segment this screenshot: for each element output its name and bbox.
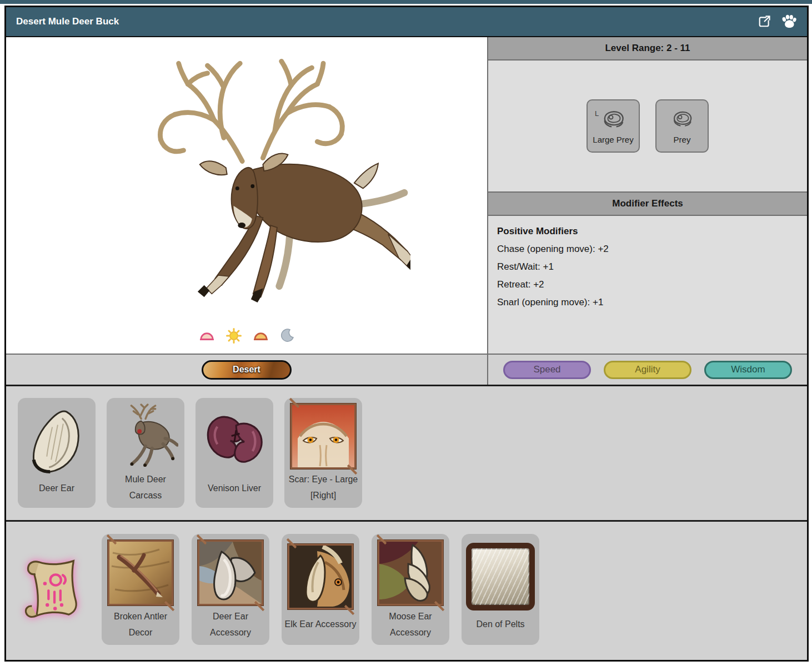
biome-stats-band: Desert Speed Agility Wisdom — [6, 354, 807, 386]
deer-ear-accessory-image — [198, 540, 263, 606]
drop-card-mule-deer-carcass[interactable]: Mule Deer Carcass — [107, 398, 184, 508]
prey-type-label: Large Prey — [593, 135, 633, 144]
mule-deer-carcass-image — [113, 401, 178, 471]
stat-pill-wisdom[interactable]: Wisdom — [704, 361, 792, 379]
drop-card-venison-liver[interactable]: Venison Liver — [196, 398, 273, 508]
drop-card-label: Deer Ear — [39, 480, 74, 496]
steak-icon — [600, 108, 626, 133]
moose-ear-accessory-image — [378, 540, 443, 606]
drop-card-scar-eye[interactable]: Scar: Eye - Large [Right] — [284, 398, 362, 508]
craftable-card-label: Broken Antler Decor — [104, 608, 177, 640]
den-of-pelts-image-wrap — [466, 537, 535, 616]
craftable-card-moose-ear-accessory[interactable]: Moose Ear Accessory — [372, 534, 449, 645]
prey-button[interactable]: Prey — [655, 99, 709, 153]
prey-type-label: Prey — [674, 135, 691, 144]
drop-card-label: Mule Deer Carcass — [109, 471, 182, 503]
modifier-line: Chase (opening move): +2 — [497, 244, 798, 255]
moose-ear-accessory-image-wrap — [378, 537, 443, 608]
broken-antler-decor-image-wrap — [108, 537, 173, 608]
top-accent-strip — [0, 0, 812, 4]
biome-desert-button[interactable]: Desert — [202, 360, 292, 380]
drop-card-label: Venison Liver — [208, 480, 261, 496]
titlebar: Desert Mule Deer Buck — [6, 7, 807, 37]
modifier-effects-header: Modifier Effects — [488, 191, 807, 216]
venison-liver-image — [202, 401, 267, 480]
deer-ear-accessory-image-wrap — [198, 537, 263, 608]
stat-pill-agility[interactable]: Agility — [604, 361, 691, 379]
day-icon — [226, 328, 242, 344]
modifier-list: Positive Modifiers Chase (opening move):… — [488, 216, 807, 325]
deer-ear-image — [24, 401, 89, 480]
craftable-card-label: Elk Ear Accessory — [285, 616, 357, 632]
den-of-pelts-image — [466, 543, 535, 610]
large-prey-badge: L — [595, 109, 599, 118]
craftable-card-broken-antler-decor[interactable]: Broken Antler Decor — [102, 534, 179, 645]
time-of-day-row — [199, 328, 294, 344]
drop-card-label: Scar: Eye - Large [Right] — [287, 471, 359, 503]
large-prey-button[interactable]: L Large Prey — [587, 99, 640, 153]
craftable-card-label: Deer Ear Accessory — [194, 608, 267, 640]
stat-pill-speed[interactable]: Speed — [503, 361, 591, 379]
craftable-card-label: Moose Ear Accessory — [374, 608, 447, 640]
antlers — [160, 61, 342, 161]
paw-icon[interactable] — [780, 13, 797, 30]
main-content: Level Range: 2 - 11 L — [6, 37, 807, 354]
recipe-scroll-icon[interactable] — [21, 557, 87, 622]
prey-type-area: L Large Prey — [488, 60, 807, 191]
biome-band: Desert — [6, 355, 487, 385]
drops-section: Deer Ear — [6, 386, 807, 522]
modifier-line: Snarl (opening move): +1 — [497, 297, 798, 308]
elk-ear-accessory-image — [288, 544, 353, 609]
page-title: Desert Mule Deer Buck — [16, 16, 119, 27]
dusk-icon — [253, 330, 269, 342]
scar-eye-image — [290, 403, 356, 469]
stats-band: Speed Agility Wisdom — [487, 355, 807, 385]
craftable-card-den-of-pelts[interactable]: Den of Pelts — [462, 534, 539, 645]
elk-ear-accessory-image-wrap — [288, 537, 353, 616]
broken-antler-decor-image — [108, 540, 173, 606]
recipe-scroll-wrap — [6, 534, 102, 622]
craftable-card-elk-ear-accessory[interactable]: Elk Ear Accessory — [282, 534, 359, 645]
craftable-cards-row: Broken Antler Decor — [102, 534, 539, 645]
creature-art-panel — [6, 37, 487, 354]
modifier-line: Retreat: +2 — [497, 279, 798, 290]
steak-icon — [670, 109, 694, 132]
craftable-card-deer-ear-accessory[interactable]: Deer Ear Accessory — [192, 534, 269, 645]
positive-modifiers-title: Positive Modifiers — [497, 226, 798, 237]
modifier-line: Rest/Wait: +1 — [497, 261, 798, 273]
scar-eye-image-wrap — [290, 401, 356, 471]
drop-card-deer-ear[interactable]: Deer Ear — [18, 398, 96, 508]
info-panel: Level Range: 2 - 11 L — [487, 37, 807, 354]
level-range-header: Level Range: 2 - 11 — [488, 37, 807, 60]
creature-info-window: Desert Mule Deer Buck — [4, 6, 809, 662]
night-icon — [280, 329, 294, 343]
craftable-card-label: Den of Pelts — [476, 616, 524, 632]
mule-deer-buck-image — [83, 43, 410, 306]
external-link-icon[interactable] — [756, 13, 773, 30]
dawn-icon — [199, 330, 215, 342]
craftables-section: Broken Antler Decor — [6, 522, 807, 660]
